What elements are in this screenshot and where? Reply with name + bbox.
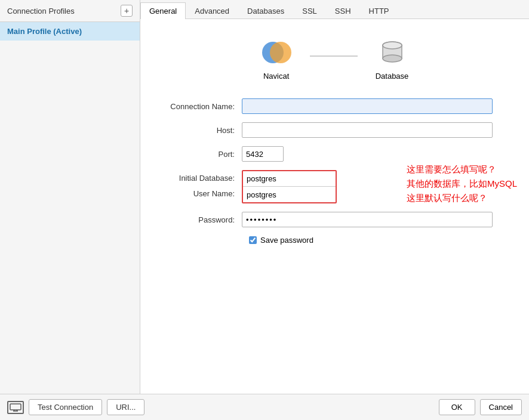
- test-connection-button[interactable]: Test Connection: [29, 399, 102, 415]
- sidebar-item-label: Main Profile (Active): [7, 27, 82, 36]
- annotation-text: 这里需要怎么填写呢？ 其他的数据库，比如MySQL 这里默认写什么呢？: [407, 162, 517, 205]
- red-outline-box: [242, 170, 337, 203]
- save-password-row: Save password: [249, 236, 511, 245]
- monitor-icon: [7, 401, 24, 414]
- database-icon-group: Database: [376, 37, 409, 81]
- tabs-bar: General Advanced Databases SSL SSH HTTP: [140, 0, 529, 19]
- port-row: Port:: [158, 146, 511, 162]
- uri-button[interactable]: URI...: [107, 399, 144, 415]
- tab-general[interactable]: General: [140, 2, 186, 19]
- tab-ssh[interactable]: SSH: [326, 2, 360, 19]
- host-label: Host:: [158, 126, 242, 135]
- sidebar-title: Connection Profiles: [7, 7, 75, 16]
- connection-name-label: Connection Name:: [158, 102, 242, 111]
- navicat-icon: [261, 37, 292, 68]
- password-label: Password:: [158, 215, 242, 224]
- password-row: Password:: [158, 212, 511, 227]
- add-profile-button[interactable]: +: [121, 5, 133, 17]
- initial-db-label-final: Initial Database:: [158, 170, 242, 186]
- password-input[interactable]: [242, 212, 493, 227]
- host-input[interactable]: [242, 122, 493, 138]
- tab-ssl[interactable]: SSL: [293, 2, 326, 19]
- tab-databases[interactable]: Databases: [238, 2, 293, 19]
- sidebar: Connection Profiles + Main Profile (Acti…: [0, 0, 140, 394]
- ok-button[interactable]: OK: [439, 399, 475, 415]
- connector-line: [310, 55, 358, 57]
- database-icon: [377, 37, 408, 68]
- tab-advanced[interactable]: Advanced: [186, 2, 238, 19]
- save-password-checkbox[interactable]: [249, 236, 257, 244]
- annotation-line3: 这里默认写什么呢？: [407, 191, 517, 205]
- initial-database-input-v2[interactable]: [243, 171, 336, 187]
- tab-http[interactable]: HTTP: [360, 2, 398, 19]
- user-name-input-v2[interactable]: [243, 187, 336, 202]
- navicat-label: Navicat: [263, 72, 289, 81]
- form-area: Navicat Database Connection Name:: [140, 19, 529, 394]
- cancel-button[interactable]: Cancel: [480, 399, 522, 415]
- navicat-icon-group: Navicat: [261, 37, 292, 81]
- content-area: General Advanced Databases SSL SSH HTTP …: [140, 0, 529, 394]
- sidebar-header: Connection Profiles +: [0, 0, 140, 22]
- annotation-line2: 其他的数据库，比如MySQL: [407, 177, 517, 191]
- svg-point-4: [383, 55, 402, 62]
- svg-point-1: [270, 42, 291, 63]
- connection-name-input[interactable]: [242, 98, 493, 114]
- bottom-bar: Test Connection URI... OK Cancel: [0, 394, 529, 420]
- user-name-label-final: User Name:: [158, 186, 242, 201]
- database-label: Database: [376, 72, 409, 81]
- sidebar-item-main-profile[interactable]: Main Profile (Active): [0, 22, 140, 41]
- save-password-label[interactable]: Save password: [260, 236, 313, 245]
- connection-name-row: Connection Name:: [158, 98, 511, 114]
- connection-icon-row: Navicat Database: [158, 37, 511, 81]
- port-label: Port:: [158, 150, 242, 159]
- port-input[interactable]: [242, 146, 284, 162]
- host-row: Host:: [158, 122, 511, 138]
- svg-rect-6: [10, 404, 21, 410]
- monitor-svg: [10, 403, 21, 412]
- annotation-line1: 这里需要怎么填写呢？: [407, 162, 517, 177]
- svg-point-5: [383, 42, 402, 49]
